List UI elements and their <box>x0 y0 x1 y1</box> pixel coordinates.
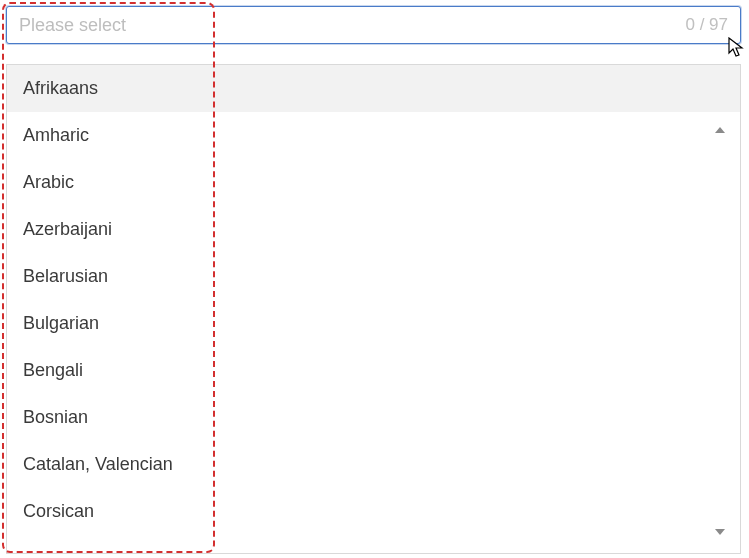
list-item[interactable]: Bosnian <box>7 394 740 441</box>
language-select-input-wrapper[interactable]: 0 / 97 <box>6 6 741 44</box>
list-item[interactable]: Bengali <box>7 347 740 394</box>
selection-counter: 0 / 97 <box>685 15 728 35</box>
list-item[interactable]: Amharic <box>7 112 740 159</box>
language-options-list[interactable]: Afrikaans Amharic Arabic Azerbaijani Bel… <box>7 65 740 553</box>
list-item[interactable]: Arabic <box>7 159 740 206</box>
language-select-container: 0 / 97 Afrikaans Amharic Arabic Azerbaij… <box>6 6 741 44</box>
list-item[interactable]: Bulgarian <box>7 300 740 347</box>
list-item[interactable]: Belarusian <box>7 253 740 300</box>
list-item[interactable]: Azerbaijani <box>7 206 740 253</box>
list-item[interactable]: Corsican <box>7 488 740 535</box>
list-item[interactable]: Afrikaans <box>7 65 740 112</box>
language-search-input[interactable] <box>19 15 685 36</box>
language-dropdown: Afrikaans Amharic Arabic Azerbaijani Bel… <box>6 64 741 554</box>
list-item[interactable]: Catalan, Valencian <box>7 441 740 488</box>
